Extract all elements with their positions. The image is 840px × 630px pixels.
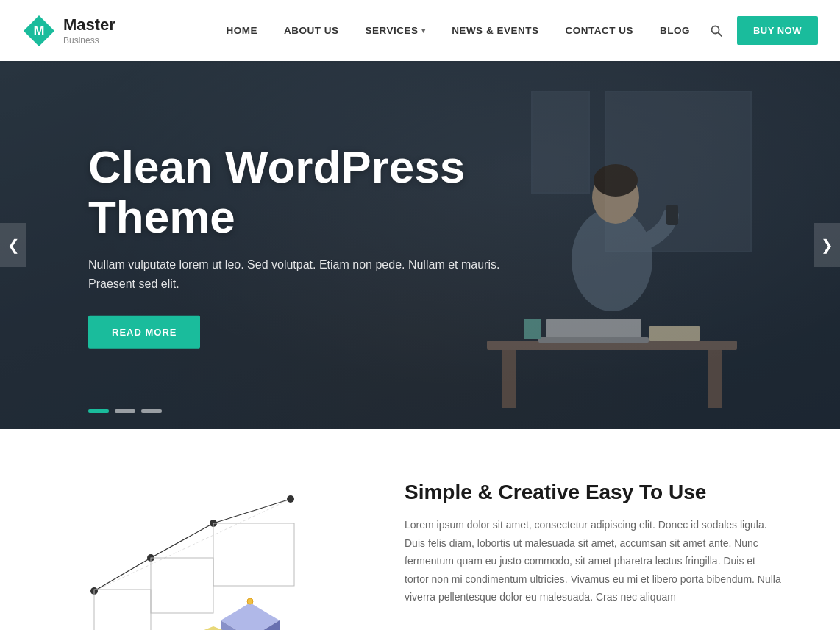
svg-line-20 (151, 523, 213, 558)
services-dropdown-arrow: ▾ (421, 26, 426, 35)
main-nav: HOME ABOUT US SERVICES ▾ NEWS & EVENTS C… (213, 0, 818, 61)
svg-line-3 (718, 32, 722, 36)
svg-line-21 (94, 558, 151, 591)
logo-text: Master Business (63, 15, 115, 45)
nav-about-us[interactable]: ABOUT US (271, 0, 352, 61)
logo-subtitle: Business (63, 35, 115, 46)
svg-rect-10 (666, 205, 678, 225)
hero-title: Clean WordPress Theme (88, 142, 618, 242)
logo-title: Master (63, 15, 115, 35)
svg-point-36 (247, 598, 253, 604)
nav-blog[interactable]: BLOG (647, 0, 703, 61)
svg-rect-6 (708, 350, 722, 408)
nav-services[interactable]: SERVICES ▾ (352, 0, 439, 61)
isometric-illustration: 04 (44, 473, 360, 630)
svg-line-22 (94, 499, 291, 591)
hero-slider: Clean WordPress Theme Nullam vulputate l… (0, 61, 840, 429)
nav-home[interactable]: HOME (213, 0, 271, 61)
feature-section: 04 Simple & Creative Easy To Use Lorem i… (0, 429, 840, 630)
svg-rect-24 (151, 558, 213, 613)
svg-rect-5 (502, 350, 516, 408)
svg-rect-23 (213, 523, 294, 586)
nav-contact-us[interactable]: CONTACT US (552, 0, 647, 61)
hero-content: Clean WordPress Theme Nullam vulputate l… (88, 142, 618, 349)
feature-title: Simple & Creative Easy To Use (405, 481, 781, 504)
slider-dots (88, 409, 162, 413)
feature-text: Lorem ipsum dolor sit amet, consectetur … (405, 516, 781, 606)
svg-text:M: M (34, 24, 45, 38)
illustration-area: 04 (44, 473, 360, 630)
hero-subtitle: Nullam vulputate lorem ut leo. Sed volut… (88, 255, 530, 293)
search-icon (711, 25, 722, 37)
slider-prev-button[interactable]: ❮ (0, 223, 26, 267)
chevron-left-icon: ❮ (7, 236, 20, 254)
slider-dot-1[interactable] (88, 409, 109, 413)
slider-next-button[interactable]: ❯ (814, 223, 840, 267)
chevron-right-icon: ❯ (821, 236, 833, 254)
svg-rect-13 (649, 326, 700, 341)
svg-rect-25 (94, 590, 151, 630)
search-button[interactable] (703, 0, 730, 61)
hero-read-more-button[interactable]: READ MORE (88, 315, 200, 348)
svg-line-19 (213, 499, 291, 523)
logo-icon: M (22, 14, 56, 48)
slider-dot-3[interactable] (141, 409, 162, 413)
logo-area[interactable]: M Master Business (22, 14, 115, 48)
feature-content: Simple & Creative Easy To Use Lorem ipsu… (405, 473, 781, 606)
nav-news-events[interactable]: NEWS & EVENTS (438, 0, 552, 61)
buy-now-button[interactable]: BUY NOW (737, 16, 818, 45)
header: M Master Business HOME ABOUT US SERVICES… (0, 0, 840, 61)
slider-dot-2[interactable] (115, 409, 135, 413)
